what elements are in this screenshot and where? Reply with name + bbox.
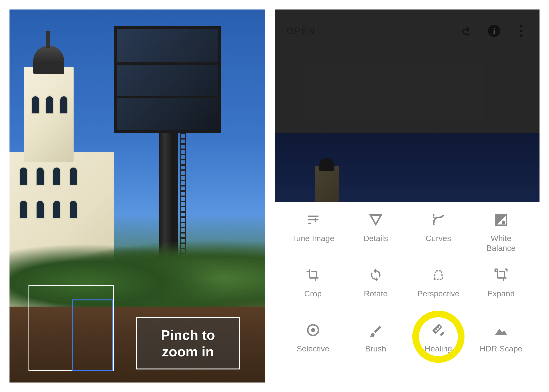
tool-white-balance[interactable]: WB White Balance	[470, 207, 532, 263]
expand-icon	[493, 267, 509, 283]
tool-label: Curves	[426, 233, 451, 243]
tool-label: Perspective	[417, 289, 459, 299]
crop-icon	[305, 267, 321, 283]
overflow-menu-icon[interactable]	[515, 24, 528, 37]
tool-curves[interactable]: Curves	[407, 207, 470, 263]
selection-inner	[72, 300, 113, 371]
tool-expand[interactable]: Expand	[470, 263, 532, 318]
rotate-icon	[368, 267, 384, 283]
tool-selective[interactable]: Selective	[282, 318, 345, 373]
tune-icon	[305, 212, 321, 228]
photo-preview-panel[interactable]: Pinch to zoom in	[9, 9, 265, 383]
tool-label: White Balance	[477, 233, 525, 253]
tools-sheet: Tune Image Details Curves WB White Balan…	[274, 202, 540, 383]
info-icon[interactable]: i	[488, 24, 500, 37]
pinch-hint-line1: Pinch to	[161, 327, 215, 343]
tool-label: Tune Image	[292, 233, 334, 243]
editor-panel: OPEN i Tune Ima	[274, 9, 540, 383]
svg-point-1	[433, 220, 434, 222]
svg-text:B: B	[502, 220, 505, 225]
selective-icon	[305, 322, 321, 338]
svg-point-0	[433, 224, 434, 225]
tool-label: Brush	[365, 344, 386, 354]
tool-label: Healing	[425, 344, 452, 354]
tool-label: Expand	[487, 289, 514, 299]
tool-brush[interactable]: Brush	[345, 318, 407, 373]
tool-crop[interactable]: Crop	[282, 263, 345, 318]
tool-label: Selective	[297, 344, 330, 354]
tool-tune-image[interactable]: Tune Image	[282, 207, 345, 263]
tool-healing[interactable]: Healing	[407, 318, 470, 373]
tool-label: HDR Scape	[480, 344, 522, 354]
svg-point-8	[311, 329, 315, 332]
tool-label: Crop	[304, 289, 322, 299]
healing-icon	[430, 322, 446, 338]
tool-details[interactable]: Details	[345, 207, 407, 263]
details-icon	[368, 212, 384, 228]
pinch-hint: Pinch to zoom in	[136, 317, 240, 370]
app-header: OPEN i	[274, 9, 540, 52]
svg-point-2	[433, 217, 434, 218]
curves-icon	[430, 212, 446, 228]
svg-point-3	[433, 215, 434, 216]
tutorial-side-by-side: Pinch to zoom in OPEN i	[0, 0, 549, 392]
tool-perspective[interactable]: Perspective	[407, 263, 470, 318]
open-button[interactable]: OPEN	[287, 26, 315, 36]
perspective-icon	[430, 267, 446, 283]
undo-layers-icon[interactable]	[461, 24, 473, 37]
svg-text:W: W	[498, 216, 502, 220]
brush-icon	[368, 322, 384, 338]
tool-rotate[interactable]: Rotate	[345, 263, 407, 318]
hdr-icon	[493, 322, 509, 338]
tool-hdr-scape[interactable]: HDR Scape	[470, 318, 532, 373]
pinch-hint-line2: zoom in	[162, 343, 214, 360]
tool-label: Rotate	[364, 289, 387, 299]
wb-icon: WB	[493, 212, 509, 228]
tool-label: Details	[363, 233, 388, 243]
editor-canvas-dimmed: OPEN i	[274, 9, 540, 202]
